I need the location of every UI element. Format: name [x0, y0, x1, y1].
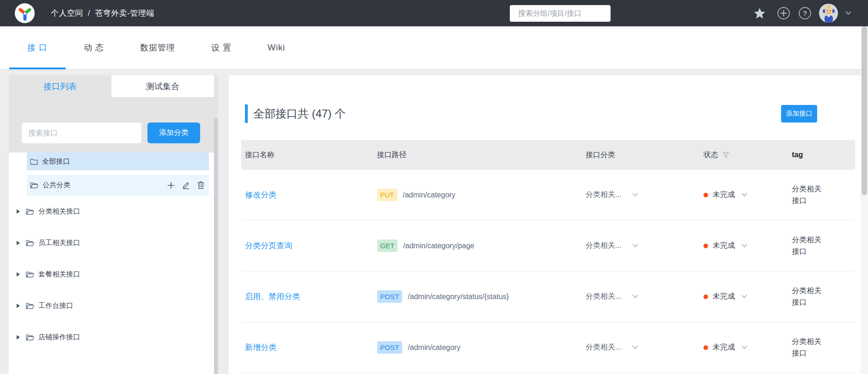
panel-header: 全部接口共 (47) 个 添加接口	[241, 104, 855, 123]
interface-name-link[interactable]: 分类分页查询	[245, 241, 292, 250]
nav-tab[interactable]: 数据管理	[122, 26, 193, 69]
plus-circle-icon[interactable]	[777, 7, 790, 19]
sidebar-search-row: 添加分类	[22, 123, 200, 143]
status-dot-icon	[703, 193, 708, 197]
column-header-tag[interactable]: tag	[788, 151, 855, 159]
caret-right-icon[interactable]	[16, 335, 20, 340]
caret-right-icon[interactable]	[16, 303, 20, 308]
funnel-filter-icon[interactable]	[723, 152, 729, 158]
interface-list-panel: 全部接口共 (47) 个 添加接口 接口名称 接口路径 接口分类 状态 tag	[229, 75, 861, 374]
tree-item-all-interfaces[interactable]: 全部接口	[27, 153, 209, 170]
interface-name-link[interactable]: 启用、禁用分类	[245, 292, 300, 301]
sidebar-tab[interactable]: 接口列表	[9, 75, 111, 97]
interface-name-cell: 修改分类	[241, 190, 373, 200]
add-interface-button[interactable]: 添加接口	[781, 105, 817, 123]
interface-name-cell: 新增分类	[241, 342, 373, 353]
tree-branch-item[interactable]: 分类相关接口	[9, 202, 218, 221]
folder-open-icon	[26, 334, 34, 341]
global-search-input[interactable]	[518, 9, 614, 18]
chevron-down-icon[interactable]	[741, 244, 747, 248]
interface-sidebar: 接口列表 测试集合 添加分类 全部接口	[9, 75, 218, 374]
column-header-status[interactable]: 状态	[700, 150, 788, 160]
caret-right-icon[interactable]	[16, 209, 20, 214]
status-value: 未完成	[713, 292, 735, 301]
interface-search-input[interactable]	[22, 123, 141, 143]
chevron-down-icon[interactable]	[632, 193, 638, 197]
help-circle-icon[interactable]: ?	[799, 7, 811, 19]
interface-name-cell: 分类分页查询	[241, 240, 373, 251]
chevron-down-icon[interactable]	[632, 294, 638, 299]
interface-status-cell: 未完成	[700, 190, 788, 200]
breadcrumb: 个人空间 / 苍穹外卖-管理端	[51, 0, 154, 26]
breadcrumb-separator: /	[88, 9, 90, 18]
trash-icon[interactable]	[197, 181, 204, 189]
yapi-logo-icon[interactable]	[15, 3, 35, 23]
tree-branch-item[interactable]: 员工相关接口	[9, 233, 218, 252]
tag-value: 分类相关接口	[792, 234, 823, 258]
http-method-badge: POST	[377, 341, 403, 354]
interface-tree: 全部接口 公共分类	[9, 153, 218, 346]
tree-branch-item[interactable]: 套餐相关接口	[9, 265, 218, 283]
interface-tag-cell: 分类相关接口	[788, 336, 855, 359]
interface-category-cell: 分类相关...	[582, 292, 700, 301]
page-scrollbar-thumb[interactable]	[862, 26, 867, 195]
status-value: 未完成	[713, 343, 735, 352]
page-scrollbar-track[interactable]	[861, 26, 868, 374]
status-value: 未完成	[713, 241, 735, 251]
sidebar-scrollbar[interactable]	[214, 118, 218, 374]
status-value: 未完成	[713, 190, 735, 200]
http-method-badge: PUT	[377, 189, 397, 201]
status-dot-icon	[703, 345, 708, 350]
sidebar-tab-label: 接口列表	[43, 81, 77, 92]
folder-open-icon	[26, 208, 34, 215]
tree-branch-label: 工作台接口	[38, 301, 73, 310]
interface-path-cell: GET /admin/category/page	[373, 239, 582, 252]
nav-tab[interactable]: 动 态	[66, 26, 122, 69]
star-icon[interactable]	[754, 8, 765, 19]
header-icons: ?	[754, 0, 851, 26]
http-method-badge: POST	[377, 290, 403, 303]
breadcrumb-project[interactable]: 苍穹外卖-管理端	[95, 8, 154, 18]
sidebar-tab[interactable]: 测试集合	[111, 75, 214, 97]
avatar[interactable]	[819, 4, 838, 23]
global-search	[510, 5, 611, 22]
breadcrumb-workspace[interactable]: 个人空间	[51, 8, 83, 18]
chevron-down-icon[interactable]	[632, 345, 638, 349]
interface-category-cell: 分类相关...	[582, 241, 700, 251]
folder-icon	[30, 158, 38, 165]
interface-path: /admin/category/status/{status}	[408, 293, 509, 301]
project-nav-bar: 接 口 动 态 数据管理 设 置 Wiki	[0, 26, 868, 69]
column-header-category[interactable]: 接口分类	[582, 150, 700, 160]
interface-name-link[interactable]: 修改分类	[245, 190, 276, 199]
caret-right-icon[interactable]	[16, 240, 20, 245]
tree-item-common-category[interactable]: 公共分类	[27, 175, 209, 196]
interface-path: /admin/category/page	[403, 242, 474, 250]
status-dot-icon	[703, 244, 708, 248]
tree-branch-item[interactable]: 工作台接口	[9, 296, 218, 315]
interface-table: 接口名称 接口路径 接口分类 状态 tag 修改分类	[241, 140, 855, 373]
table-body: 修改分类 PUT /admin/category 分类相关...	[241, 170, 855, 373]
column-header-path[interactable]: 接口路径	[373, 150, 582, 160]
chevron-down-icon[interactable]	[741, 193, 747, 197]
interface-tag-cell: 分类相关接口	[788, 285, 855, 308]
chevron-down-icon[interactable]	[741, 345, 747, 349]
interface-table-row: 修改分类 PUT /admin/category 分类相关...	[241, 170, 855, 221]
interface-category-cell: 分类相关...	[582, 190, 700, 200]
nav-tab[interactable]: 接 口	[9, 26, 66, 69]
nav-tab[interactable]: Wiki	[250, 26, 303, 69]
edit-pencil-icon[interactable]	[182, 181, 190, 189]
nav-tab[interactable]: 设 置	[193, 26, 250, 69]
sidebar-header: 接口列表 测试集合 添加分类	[9, 75, 218, 153]
plus-icon[interactable]	[167, 182, 175, 189]
category-value: 分类相关...	[586, 241, 621, 251]
column-header-name[interactable]: 接口名称	[241, 150, 373, 160]
chevron-down-icon[interactable]	[632, 244, 638, 248]
interface-name-link[interactable]: 新增分类	[245, 343, 276, 352]
tree-branch-item[interactable]: 店铺操作接口	[9, 328, 218, 346]
chevron-down-icon[interactable]	[741, 294, 747, 299]
caret-down-icon[interactable]	[845, 11, 851, 15]
tree-branch-label: 分类相关接口	[38, 207, 80, 216]
caret-right-icon[interactable]	[16, 272, 20, 277]
add-category-button[interactable]: 添加分类	[147, 123, 200, 143]
interface-category-cell: 分类相关...	[582, 343, 700, 352]
